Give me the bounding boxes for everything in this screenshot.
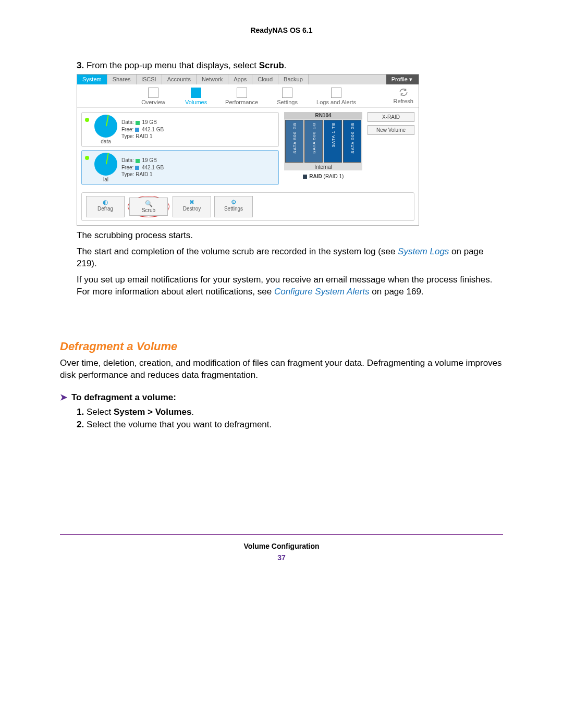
subtab-settings[interactable]: Settings xyxy=(274,88,301,105)
tab-cloud[interactable]: Cloud xyxy=(252,75,278,84)
destroy-icon: ✖ xyxy=(177,199,206,206)
scrub-highlight-circle: 🔍Scrub xyxy=(128,196,169,217)
volume-card-lal[interactable]: lal Data: 19 GB Free: 442.1 GB Type: RAI… xyxy=(81,150,279,185)
logs-icon xyxy=(331,88,341,98)
tab-system[interactable]: System xyxy=(77,75,107,84)
performance-icon xyxy=(237,88,247,98)
para2-a: The start and completion of the volume s… xyxy=(77,246,398,256)
tab-shares[interactable]: Shares xyxy=(107,75,137,84)
refresh-button[interactable]: Refresh xyxy=(393,88,413,104)
footer-rule xyxy=(60,534,503,535)
volumes-icon xyxy=(191,88,201,98)
pie-chart-icon xyxy=(94,153,117,176)
proc-step-1-b: System > Volumes xyxy=(114,407,191,417)
defrag-icon: ◐ xyxy=(91,199,120,206)
subtab-overview-label: Overview xyxy=(141,99,165,105)
enclosure-title: RN104 xyxy=(284,112,362,119)
tab-apps[interactable]: Apps xyxy=(228,75,252,84)
link-configure-alerts[interactable]: Configure System Alerts xyxy=(274,287,370,297)
subtab-performance-label: Performance xyxy=(225,99,258,105)
subtab-bar: Overview Volumes Performance Settings Lo… xyxy=(77,84,419,108)
scrub-button[interactable]: 🔍Scrub xyxy=(129,198,168,216)
new-volume-button[interactable]: New Volume xyxy=(368,125,414,135)
top-tabs: System Shares iSCSI Accounts Network App… xyxy=(77,75,419,84)
enclosure: RN104 SATA 500 GB SATA 500 GB SATA 1 TB … xyxy=(284,112,362,188)
proc-step-1-a: Select xyxy=(87,407,114,417)
volume-name-data: data xyxy=(94,139,117,144)
subtab-logs[interactable]: Logs and Alerts xyxy=(316,88,356,105)
proc-step-1-c: . xyxy=(191,407,194,417)
overview-icon xyxy=(148,88,158,98)
para-system-logs: The start and completion of the volume s… xyxy=(77,246,503,270)
step-3-text-a: From the pop-up menu that displays, sele… xyxy=(87,60,259,70)
raid-legend: RAID (RAID 1) xyxy=(284,174,362,179)
profile-menu[interactable]: Profile ▾ xyxy=(386,75,419,84)
volume-stats-lal: Data: 19 GB Free: 442.1 GB Type: RAID 1 xyxy=(121,157,164,178)
subtab-overview[interactable]: Overview xyxy=(140,88,167,105)
refresh-icon xyxy=(399,88,408,97)
enclosure-internal: Internal xyxy=(284,164,362,170)
volume-card-data[interactable]: data Data: 19 GB Free: 442.1 GB Type: RA… xyxy=(81,112,279,147)
subtab-volumes-label: Volumes xyxy=(185,99,207,105)
defrag-button[interactable]: ◐Defrag xyxy=(86,196,125,217)
vol-settings-button[interactable]: ⚙Settings xyxy=(214,196,253,217)
step-3-num: 3. xyxy=(77,60,84,70)
procedure-heading: ➤To defragment a volume: xyxy=(60,392,503,403)
arrow-icon: ➤ xyxy=(60,392,67,402)
settings-gear-icon xyxy=(282,88,292,98)
disk-bay-1[interactable]: SATA 500 GB xyxy=(285,120,303,163)
tab-accounts[interactable]: Accounts xyxy=(162,75,197,84)
step-3-text-b: . xyxy=(284,60,287,70)
subtab-performance[interactable]: Performance xyxy=(225,88,258,105)
subtab-settings-label: Settings xyxy=(277,99,298,105)
disk-bay-3[interactable]: SATA 1 TB xyxy=(324,120,342,163)
proc-step-1: 1. Select System > Volumes. xyxy=(77,407,503,417)
scrub-icon: 🔍 xyxy=(134,200,163,207)
subtab-volumes[interactable]: Volumes xyxy=(182,88,210,105)
footer-section: Volume Configuration xyxy=(60,542,503,550)
procedure-title: To defragment a volume: xyxy=(71,392,176,402)
tab-backup[interactable]: Backup xyxy=(278,75,309,84)
proc-step-2: 2. Select the volume that you want to de… xyxy=(77,419,503,430)
section-defragment-para: Over time, deletion, creation, and modif… xyxy=(60,357,503,381)
screenshot: System Shares iSCSI Accounts Network App… xyxy=(77,74,419,226)
volume-actions: ◐Defrag 🔍Scrub ✖Destroy ⚙Settings xyxy=(81,192,414,221)
link-system-logs[interactable]: System Logs xyxy=(398,246,449,256)
tab-network[interactable]: Network xyxy=(197,75,228,84)
volume-name-lal: lal xyxy=(94,177,117,182)
proc-step-2-text: Select the volume that you want to defra… xyxy=(87,419,272,429)
section-defragment-title: Defragment a Volume xyxy=(60,340,503,353)
volume-stats-data: Data: 19 GB Free: 442.1 GB Type: RAID 1 xyxy=(121,119,164,140)
disk-bay-2[interactable]: SATA 500 GB xyxy=(304,120,323,163)
step-3: 3. From the pop-up menu that displays, s… xyxy=(77,60,503,71)
para-scrub-starts: The scrubbing process starts. xyxy=(77,230,503,242)
subtab-logs-label: Logs and Alerts xyxy=(316,99,356,105)
page-header: ReadyNAS OS 6.1 xyxy=(60,26,503,34)
disk-bay-4[interactable]: SATA 500 GB xyxy=(343,120,361,163)
destroy-button[interactable]: ✖Destroy xyxy=(173,196,211,217)
refresh-label: Refresh xyxy=(393,98,413,104)
xraid-button[interactable]: X-RAID xyxy=(368,112,414,122)
status-dot-icon xyxy=(85,118,89,122)
step-3-bold: Scrub xyxy=(259,60,284,70)
page-number: 37 xyxy=(60,553,503,562)
tab-iscsi[interactable]: iSCSI xyxy=(137,75,162,84)
proc-step-1-num: 1. xyxy=(77,407,84,417)
gear-icon: ⚙ xyxy=(219,199,248,206)
proc-step-2-num: 2. xyxy=(77,419,84,429)
status-dot-icon xyxy=(85,156,89,160)
pie-chart-icon xyxy=(94,115,117,138)
para3-b: on page 169. xyxy=(370,287,424,297)
para-email-alerts: If you set up email notifications for yo… xyxy=(77,274,503,298)
